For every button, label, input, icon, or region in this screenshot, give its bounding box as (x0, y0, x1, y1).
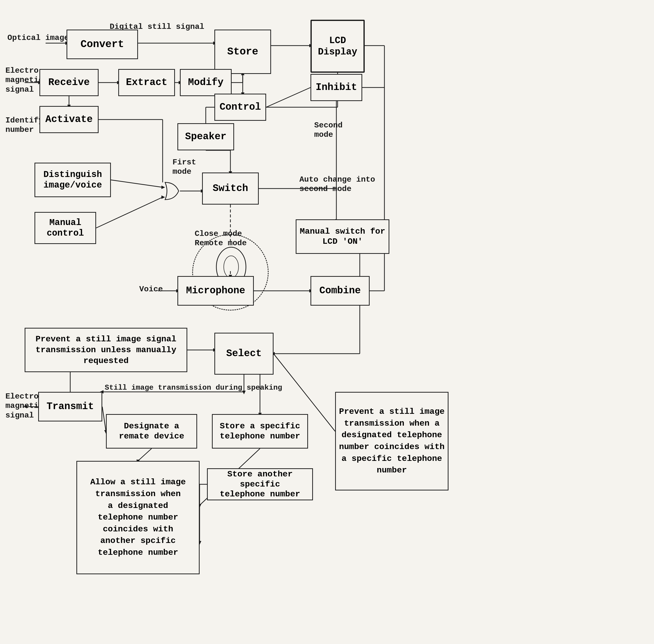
svg-point-83 (224, 256, 238, 278)
svg-line-36 (96, 197, 163, 228)
voice-label: Voice (139, 285, 163, 294)
inhibit-box: Inhibit (310, 74, 362, 101)
prevent-still-designated-box: Prevent a still imagetransmission when a… (335, 392, 448, 490)
or-gate (163, 181, 180, 201)
auto-change-label: Auto change intosecond mode (299, 175, 375, 194)
lcd-display-box: LCDDisplay (310, 20, 365, 73)
svg-line-34 (111, 180, 163, 187)
still-image-transmission-label: Still image transmission during speaking (105, 383, 282, 392)
manual-control-box: Manualcontrol (34, 212, 96, 244)
select-box: Select (214, 333, 274, 375)
first-mode-label: Firstmode (172, 158, 196, 177)
diagram-container: Optical image Electro-magneticsignal Ide… (0, 0, 654, 644)
activate-box: Activate (40, 106, 98, 133)
speaker-box: Speaker (178, 123, 234, 150)
transmit-box: Transmit (38, 392, 102, 421)
svg-line-72 (138, 448, 151, 461)
convert-box: Convert (67, 29, 138, 59)
svg-line-70 (102, 407, 106, 431)
extract-box: Extract (118, 69, 175, 96)
electromagnetic-signal-top-label: Electro-magneticsignal (5, 66, 43, 94)
second-mode-label: Secondmode (314, 121, 343, 140)
allow-still-box: Allow a still imagetransmission whena de… (76, 461, 200, 574)
modify-box: Modify (180, 69, 232, 96)
microphone-box: Microphone (178, 276, 254, 306)
svg-line-30 (266, 88, 310, 107)
store-another-box: Store another specifictelephone number (207, 468, 313, 500)
control-box: Control (214, 94, 266, 121)
distinguish-box: Distinguishimage/voice (34, 163, 111, 197)
store-box: Store (214, 29, 271, 74)
manual-switch-lcd-box: Manual switch forLCD 'ON' (296, 220, 389, 254)
designate-remote-box: Designate aremate device (106, 414, 197, 448)
receive-box: Receive (40, 69, 98, 96)
store-specific-box: Store a specifictelephone number (212, 414, 308, 448)
combine-box: Combine (310, 276, 370, 306)
electromagnetic-signal-bottom-label: Electro-magneticsignal (5, 392, 43, 420)
prevent-still-box: Prevent a still image signaltransmission… (25, 328, 187, 372)
optical-image-label: Optical image (7, 33, 69, 43)
close-mode-label: Close modeRemote mode (195, 229, 247, 248)
switch-box: Switch (202, 172, 259, 205)
